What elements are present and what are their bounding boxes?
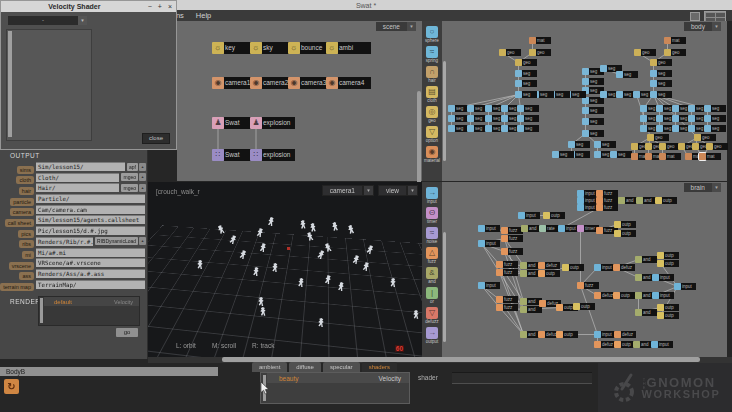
crowd-agent[interactable]: [309, 223, 317, 233]
chevron-down-icon[interactable]: ▼: [363, 185, 374, 196]
chevron-down-icon[interactable]: ▼: [78, 16, 87, 25]
node-fuzz[interactable]: fuzz: [501, 227, 523, 234]
body-palette-scrollbar[interactable]: [443, 61, 446, 161]
output-row-value[interactable]: Sim/lesson15/agents.callsheet: [36, 215, 145, 224]
output-row-value[interactable]: Renders/Rib/r.#.rib: [36, 237, 93, 246]
node-fuzz[interactable]: fuzz: [496, 296, 518, 303]
body-selector-value[interactable]: body: [684, 22, 712, 31]
crowd-agent[interactable]: [390, 278, 396, 287]
crowd-agent[interactable]: [216, 224, 225, 235]
node-input[interactable]: input: [478, 282, 500, 289]
chevron-down-icon[interactable]: ▼: [407, 185, 418, 196]
node-outp[interactable]: outp: [538, 270, 560, 277]
palette-option[interactable]: ▽option: [426, 126, 438, 143]
output-row-option[interactable]: mgeo: [121, 184, 138, 192]
output-row-value[interactable]: Sim/lesson15/: [36, 162, 125, 171]
node-fuzz[interactable]: fuzz: [501, 248, 523, 255]
crowd-agent[interactable]: [267, 217, 274, 227]
node-seg[interactable]: seg: [594, 141, 616, 148]
scene-panel-selector[interactable]: scene ▼: [376, 22, 416, 31]
palette-geo[interactable]: ◎geo: [426, 106, 438, 123]
crowd-agent[interactable]: [347, 224, 355, 234]
node-fuzz[interactable]: fuzz: [577, 282, 599, 289]
node-geo[interactable]: geo: [650, 59, 672, 66]
palette-output[interactable]: →output: [426, 327, 439, 344]
shader-field[interactable]: [452, 372, 592, 384]
shader-param-list[interactable]: [6, 29, 92, 141]
node-seg[interactable]: seg: [582, 97, 604, 104]
node-input[interactable]: input: [652, 292, 674, 299]
scene-selector-value[interactable]: scene: [376, 22, 407, 31]
node-outp[interactable]: outp: [556, 331, 578, 338]
node-seg[interactable]: seg: [582, 107, 604, 114]
node-explosion[interactable]: ∷explosion: [250, 149, 295, 161]
node-outp[interactable]: outp: [562, 264, 584, 271]
output-row-value[interactable]: Mi/a#.mi: [36, 248, 145, 257]
node-geo[interactable]: geo: [664, 49, 686, 56]
node-and[interactable]: and: [635, 256, 657, 263]
palette-noise[interactable]: ≈noise: [426, 227, 438, 244]
palette-defuzz[interactable]: ▽defuzz: [425, 307, 438, 324]
menu-help[interactable]: Help: [196, 11, 211, 20]
palette-material[interactable]: ◉material: [424, 146, 440, 163]
node-input[interactable]: input: [674, 283, 696, 290]
output-row-value[interactable]: Hair/: [36, 183, 119, 192]
node-seg[interactable]: seg: [704, 115, 726, 122]
node-mat[interactable]: mat: [529, 37, 551, 44]
node-input[interactable]: input: [651, 341, 673, 348]
output-row-stepper[interactable]: ▴: [139, 163, 146, 171]
node-explosion[interactable]: ♟explosion: [250, 117, 295, 129]
output-row-value[interactable]: Pic/lesson15/d.#.jpg: [36, 226, 145, 235]
output-row-stepper[interactable]: ▴: [139, 184, 146, 192]
shader-type-dropdown[interactable]: -: [8, 16, 78, 25]
node-input[interactable]: input: [478, 240, 500, 247]
output-row-value[interactable]: VRScene/a#.vrscene: [36, 258, 145, 267]
node-camera4[interactable]: ◉camera4: [326, 77, 371, 89]
renders-scrollbar[interactable]: [40, 298, 43, 323]
node-outp[interactable]: outp: [657, 260, 679, 267]
brain-selector-value[interactable]: brain: [684, 183, 712, 192]
palette-fuzz[interactable]: △fuzz: [426, 247, 438, 264]
node-fuzz[interactable]: fuzz: [496, 304, 518, 311]
crowd-agent[interactable]: [239, 249, 248, 259]
node-outp[interactable]: outp: [657, 312, 679, 319]
crowd-agent[interactable]: [252, 267, 259, 277]
output-row-value[interactable]: Particle/: [36, 194, 145, 203]
node-fuzz[interactable]: fuzz: [596, 190, 618, 197]
node-geo[interactable]: geo: [647, 134, 669, 141]
crowd-agent[interactable]: [366, 244, 375, 255]
node-seg[interactable]: seg: [650, 91, 672, 98]
node-defuz[interactable]: defuz: [538, 262, 560, 269]
brain-panel-selector[interactable]: brain ▼: [684, 183, 721, 192]
tab-specular[interactable]: specular: [323, 362, 360, 372]
crowd-agent[interactable]: [256, 227, 264, 237]
shader-list[interactable]: beautyVelocity: [260, 372, 410, 404]
output-row-value[interactable]: TerrainMap/: [36, 280, 145, 289]
node-seg[interactable]: seg: [582, 130, 604, 137]
node-seg[interactable]: seg: [650, 70, 672, 77]
crowd-agent[interactable]: [260, 307, 267, 316]
node-seg[interactable]: seg: [515, 91, 537, 98]
node-mat[interactable]: mat: [659, 153, 681, 160]
output-row-stepper[interactable]: ▴: [139, 237, 146, 245]
node-geo[interactable]: geo: [694, 134, 716, 141]
node-fuzz[interactable]: fuzz: [496, 269, 518, 276]
crowd-agent[interactable]: [197, 260, 203, 269]
crowd-agent[interactable]: [318, 318, 324, 327]
palette-spring[interactable]: ≈spring: [426, 46, 438, 63]
chevron-down-icon[interactable]: ▼: [407, 22, 416, 31]
node-geo[interactable]: geo: [529, 49, 551, 56]
crowd-agent[interactable]: [323, 242, 332, 253]
go-button[interactable]: go: [116, 328, 138, 337]
node-seg[interactable]: seg: [517, 125, 539, 132]
node-seg[interactable]: seg: [515, 70, 537, 77]
output-row-stepper[interactable]: ▴: [139, 173, 146, 181]
renders-item[interactable]: defaultVelocity: [44, 297, 139, 306]
crowd-agent[interactable]: [413, 310, 419, 319]
output-row-value[interactable]: Cloth/: [36, 173, 119, 182]
tab-ambient[interactable]: ambient: [252, 362, 287, 372]
layout-single-button[interactable]: [690, 12, 700, 21]
crowd-agent[interactable]: [316, 249, 325, 260]
node-outp[interactable]: outp: [655, 197, 677, 204]
node-seg[interactable]: seg: [552, 151, 574, 158]
